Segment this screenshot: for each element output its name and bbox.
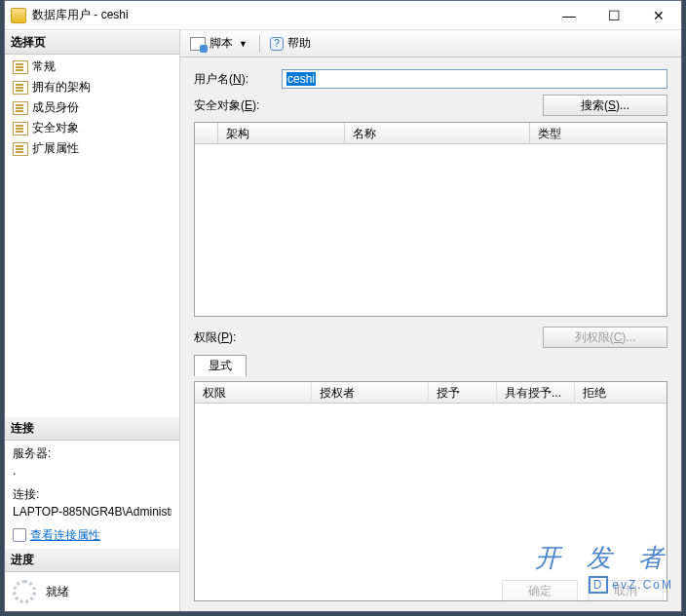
permissions-grid[interactable]: 权限 授权者 授予 具有授予... 拒绝 xyxy=(194,381,667,601)
username-input[interactable]: ceshi xyxy=(282,69,667,89)
username-value: ceshi xyxy=(286,72,316,86)
page-icon xyxy=(13,60,28,74)
col-name[interactable]: 名称 xyxy=(345,123,530,144)
server-label: 服务器: xyxy=(13,444,172,462)
minimize-button[interactable]: — xyxy=(547,1,591,29)
dialog-window: 数据库用户 - ceshi — ☐ ✕ 选择页 常规 拥有的架构 成员身份 安全… xyxy=(4,0,682,612)
progress-area: 就绪 xyxy=(5,572,179,611)
toolbar-separator xyxy=(259,35,260,53)
search-button[interactable]: 搜索(S)... xyxy=(543,95,667,116)
securables-grid-body xyxy=(195,144,667,316)
page-icon xyxy=(13,81,28,95)
server-value: . xyxy=(13,462,172,480)
cancel-button[interactable]: 取消 xyxy=(588,580,664,601)
permissions-label: 权限(P): xyxy=(194,329,236,346)
ok-button[interactable]: 确定 xyxy=(502,580,578,601)
page-list: 常规 拥有的架构 成员身份 安全对象 扩展属性 xyxy=(5,55,179,161)
sidebar: 选择页 常规 拥有的架构 成员身份 安全对象 扩展属性 连接 服务器: . 连接… xyxy=(5,30,180,611)
col-grant[interactable]: 授予 xyxy=(429,382,497,404)
page-label: 扩展属性 xyxy=(32,140,79,157)
select-page-header: 选择页 xyxy=(5,30,179,55)
securables-grid-header: 架构 名称 类型 xyxy=(195,123,667,144)
view-connection-props-link[interactable]: 查看连接属性 xyxy=(30,526,100,544)
chevron-down-icon[interactable]: ▼ xyxy=(237,39,249,49)
col-type[interactable]: 类型 xyxy=(530,123,667,144)
maximize-button[interactable]: ☐ xyxy=(591,1,636,29)
page-securables[interactable]: 安全对象 xyxy=(5,118,179,138)
username-label: 用户名(N): xyxy=(194,71,276,88)
page-icon xyxy=(13,122,28,135)
script-label: 脚本 xyxy=(210,35,233,52)
tab-explicit[interactable]: 显式 xyxy=(194,355,247,376)
page-label: 拥有的架构 xyxy=(32,79,91,96)
close-button[interactable]: ✕ xyxy=(636,1,681,29)
page-general[interactable]: 常规 xyxy=(5,57,179,77)
page-label: 常规 xyxy=(32,58,56,75)
page-owned-schemas[interactable]: 拥有的架构 xyxy=(5,77,179,97)
dialog-buttons: 确定 取消 xyxy=(502,580,664,601)
help-button[interactable]: ? 帮助 xyxy=(266,33,315,54)
page-icon xyxy=(13,142,28,156)
connection-info: 服务器: . 连接: LAPTOP-885NGR4B\Administrat 查… xyxy=(5,441,179,548)
database-user-icon xyxy=(11,8,26,23)
title-bar: 数据库用户 - ceshi — ☐ ✕ xyxy=(5,1,681,30)
col-schema[interactable]: 架构 xyxy=(218,123,345,144)
progress-header: 进度 xyxy=(5,548,179,572)
toolbar: 脚本 ▼ ? 帮助 xyxy=(180,30,681,58)
col-grantor[interactable]: 授权者 xyxy=(312,382,429,404)
page-icon xyxy=(13,101,28,115)
connection-label: 连接: xyxy=(13,485,172,503)
col-permission[interactable]: 权限 xyxy=(195,382,312,404)
progress-status: 就绪 xyxy=(46,584,69,600)
script-icon xyxy=(190,37,206,51)
main-panel: 脚本 ▼ ? 帮助 用户名(N): ceshi 安全对象(E): xyxy=(180,30,681,611)
securables-label: 安全对象(E): xyxy=(194,97,259,114)
help-icon: ? xyxy=(270,37,284,51)
properties-icon xyxy=(13,528,26,542)
script-button[interactable]: 脚本 ▼ xyxy=(186,33,253,54)
spinner-icon xyxy=(13,580,36,603)
page-extended-props[interactable]: 扩展属性 xyxy=(5,138,179,159)
window-title: 数据库用户 - ceshi xyxy=(32,7,547,23)
securables-grid[interactable]: 架构 名称 类型 xyxy=(194,122,667,317)
connection-header: 连接 xyxy=(5,416,179,441)
col-with-grant[interactable]: 具有授予... xyxy=(497,382,575,404)
permissions-grid-header: 权限 授权者 授予 具有授予... 拒绝 xyxy=(195,382,667,404)
page-membership[interactable]: 成员身份 xyxy=(5,97,179,118)
help-label: 帮助 xyxy=(287,35,311,52)
page-label: 安全对象 xyxy=(32,120,79,136)
connection-value: LAPTOP-885NGR4B\Administrat xyxy=(13,503,172,520)
col-deny[interactable]: 拒绝 xyxy=(575,382,667,404)
permissions-tabs: 显式 xyxy=(194,354,667,375)
column-permissions-button: 列权限(C)... xyxy=(543,327,667,348)
page-label: 成员身份 xyxy=(32,99,79,116)
